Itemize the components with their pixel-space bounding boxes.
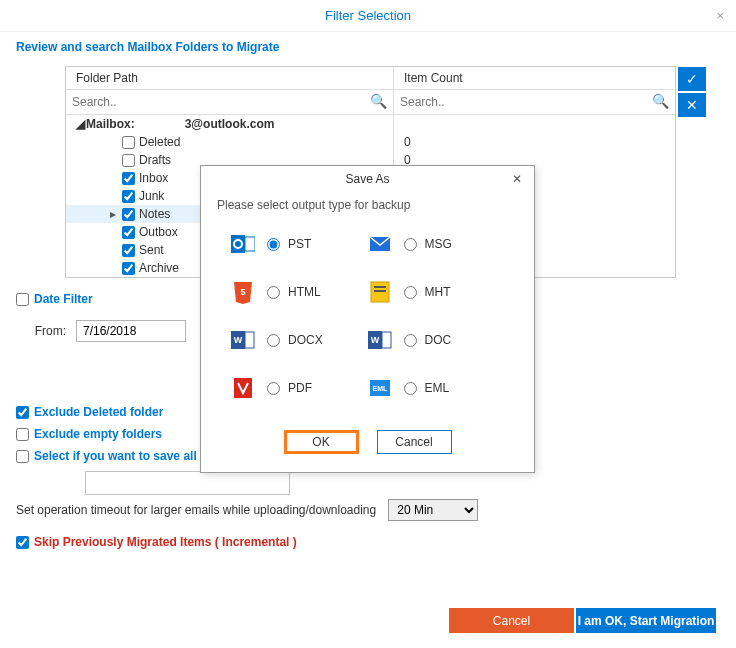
- date-filter-checkbox[interactable]: [16, 293, 29, 306]
- pst-label: PST: [288, 237, 311, 251]
- format-pdf[interactable]: PDF: [231, 376, 368, 400]
- header-folder: Folder Path: [66, 67, 394, 89]
- svg-text:5: 5: [240, 287, 245, 297]
- row-checkbox[interactable]: [122, 226, 135, 239]
- row-checkbox[interactable]: [122, 208, 135, 221]
- cancel-button[interactable]: Cancel: [449, 608, 574, 633]
- exclude-empty-checkbox[interactable]: [16, 428, 29, 441]
- format-pst[interactable]: PST: [231, 232, 368, 256]
- html5-icon: 5: [231, 280, 255, 304]
- msg-radio[interactable]: [404, 238, 417, 251]
- mailbox-root[interactable]: ◢ Mailbox: 3@outlook.com: [66, 115, 675, 133]
- format-docx[interactable]: W DOCX: [231, 328, 368, 352]
- date-filter-label: Date Filter: [34, 292, 93, 306]
- svg-rect-9: [245, 332, 254, 348]
- section-header: Review and search Mailbox Folders to Mig…: [0, 32, 736, 62]
- folder-name: Archive: [139, 261, 179, 275]
- format-msg[interactable]: MSG: [368, 232, 505, 256]
- html-label: HTML: [288, 285, 321, 299]
- skip-row: Skip Previously Migrated Items ( Increme…: [0, 531, 736, 553]
- row-checkbox[interactable]: [122, 262, 135, 275]
- msg-label: MSG: [425, 237, 452, 251]
- row-checkbox[interactable]: [122, 154, 135, 167]
- html-radio[interactable]: [267, 286, 280, 299]
- skip-label: Skip Previously Migrated Items ( Increme…: [34, 535, 297, 549]
- mht-label: MHT: [425, 285, 451, 299]
- doc-radio[interactable]: [404, 334, 417, 347]
- svg-rect-7: [374, 290, 386, 292]
- modal-subtitle: Please select output type for backup: [201, 192, 534, 222]
- window-title: Filter Selection: [325, 8, 411, 23]
- row-checkbox[interactable]: [122, 172, 135, 185]
- exclude-empty-label: Exclude empty folders: [34, 427, 162, 441]
- doc-label: DOC: [425, 333, 452, 347]
- item-count: 0: [394, 135, 675, 149]
- modal-title-bar: Save As ✕: [201, 166, 534, 192]
- folder-name: Junk: [139, 189, 164, 203]
- check-all-button[interactable]: ✓: [678, 67, 706, 91]
- format-doc[interactable]: W DOC: [368, 328, 505, 352]
- start-migration-button[interactable]: I am OK, Start Migration: [576, 608, 716, 633]
- modal-title: Save As: [345, 172, 389, 186]
- format-grid: PST MSG 5 HTML MHT W: [201, 222, 534, 420]
- envelope-icon: [368, 232, 392, 256]
- mht-icon: [368, 280, 392, 304]
- archive-path-input[interactable]: [85, 471, 290, 495]
- timeout-select[interactable]: 20 Min: [388, 499, 478, 521]
- tree-action-buttons: ✓ ✕: [678, 67, 706, 119]
- from-date-input[interactable]: [76, 320, 186, 342]
- ok-button[interactable]: OK: [284, 430, 359, 454]
- folder-name: Drafts: [139, 153, 171, 167]
- title-bar: Filter Selection ×: [0, 0, 736, 32]
- svg-rect-6: [374, 286, 386, 288]
- search-count-input[interactable]: [394, 90, 675, 114]
- eml-radio[interactable]: [404, 382, 417, 395]
- exclude-deleted-checkbox[interactable]: [16, 406, 29, 419]
- row-checkbox[interactable]: [122, 136, 135, 149]
- skip-checkbox[interactable]: [16, 536, 29, 549]
- timeout-row: Set operation timeout for larger emails …: [0, 495, 736, 525]
- format-mht[interactable]: MHT: [368, 280, 505, 304]
- row-checkbox[interactable]: [122, 244, 135, 257]
- exclude-deleted-label: Exclude Deleted folder: [34, 405, 163, 419]
- footer-buttons: Cancel I am OK, Start Migration: [449, 608, 716, 633]
- folder-name: Outbox: [139, 225, 178, 239]
- save-as-modal: Save As ✕ Please select output type for …: [200, 165, 535, 473]
- save-all-label: Select if you want to save all dat: [34, 449, 218, 463]
- from-label: From:: [16, 324, 76, 338]
- save-all-checkbox[interactable]: [16, 450, 29, 463]
- pdf-icon: [231, 376, 255, 400]
- eml-label: EML: [425, 381, 450, 395]
- docx-radio[interactable]: [267, 334, 280, 347]
- format-html[interactable]: 5 HTML: [231, 280, 368, 304]
- word-icon: W: [231, 328, 255, 352]
- svg-text:EML: EML: [372, 385, 388, 392]
- svg-rect-12: [382, 332, 391, 348]
- pdf-label: PDF: [288, 381, 312, 395]
- docx-label: DOCX: [288, 333, 323, 347]
- modal-buttons: OK Cancel: [201, 420, 534, 472]
- eml-icon: EML: [368, 376, 392, 400]
- folder-name: Notes: [139, 207, 170, 221]
- pdf-radio[interactable]: [267, 382, 280, 395]
- header-count: Item Count: [394, 67, 675, 89]
- close-icon[interactable]: ×: [716, 8, 724, 23]
- folder-name: Deleted: [139, 135, 180, 149]
- search-folder-input[interactable]: [66, 90, 393, 114]
- uncheck-all-button[interactable]: ✕: [678, 93, 706, 117]
- table-row[interactable]: Deleted0: [66, 133, 675, 151]
- svg-rect-1: [245, 237, 255, 251]
- timeout-label: Set operation timeout for larger emails …: [16, 503, 376, 517]
- folder-name: Sent: [139, 243, 164, 257]
- folder-name: Inbox: [139, 171, 168, 185]
- pst-radio[interactable]: [267, 238, 280, 251]
- row-checkbox[interactable]: [122, 190, 135, 203]
- svg-text:W: W: [234, 335, 243, 345]
- format-eml[interactable]: EML EML: [368, 376, 505, 400]
- word-icon: W: [368, 328, 392, 352]
- mht-radio[interactable]: [404, 286, 417, 299]
- modal-close-icon[interactable]: ✕: [512, 172, 522, 186]
- cancel-button[interactable]: Cancel: [377, 430, 452, 454]
- outlook-icon: [231, 232, 255, 256]
- svg-text:W: W: [370, 335, 379, 345]
